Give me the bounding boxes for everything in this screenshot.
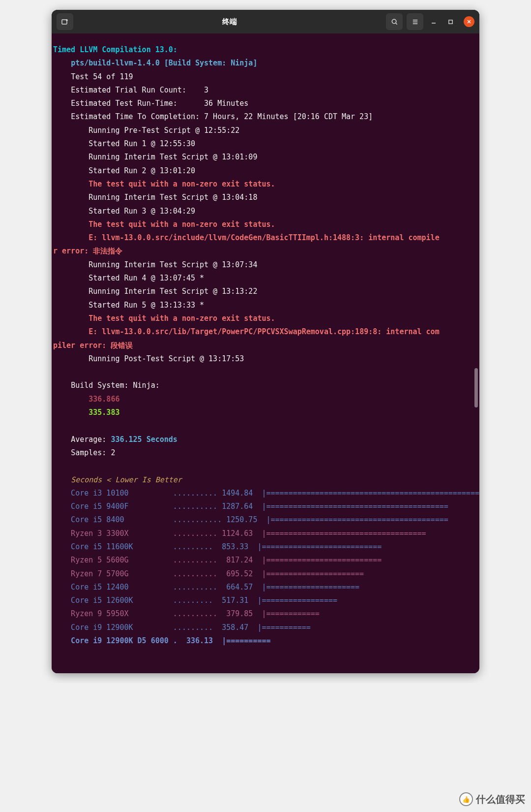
samples: Samples: 2 xyxy=(71,448,115,457)
chart-row: Core i9 12900K ......... 358.47 |=======… xyxy=(53,623,311,632)
log-error: The test quit with a non-zero exit statu… xyxy=(88,220,275,229)
chart-row: Ryzen 5 5600G .......... 817.24 |=======… xyxy=(53,556,382,564)
minimize-icon xyxy=(431,19,437,25)
log-error: The test quit with a non-zero exit statu… xyxy=(88,314,275,323)
svg-point-1 xyxy=(392,19,396,23)
log-line: Started Run 3 @ 13:04:29 xyxy=(88,207,195,216)
log-line: Running Pre-Test Script @ 12:55:22 xyxy=(88,126,239,135)
test-title: Timed LLVM Compilation 13.0: xyxy=(53,45,177,54)
log-error: E: llvm-13.0.0.src/include/llvm/CodeGen/… xyxy=(88,233,439,242)
log-line: Running Post-Test Script @ 13:17:53 xyxy=(88,354,244,363)
comparison-chart: Core i3 10100 .......... 1494.84 |======… xyxy=(53,489,479,645)
average-label: Average: xyxy=(71,435,111,444)
chart-row: Core i3 10100 .......... 1494.84 |======… xyxy=(53,489,479,498)
maximize-button[interactable] xyxy=(444,15,457,28)
log-line: Running Interim Test Script @ 13:07:34 xyxy=(88,260,257,269)
log-error: r error: 非法指令 xyxy=(53,247,122,255)
scrollbar-thumb[interactable] xyxy=(474,368,478,407)
terminal-body[interactable]: Timed LLVM Compilation 13.0: pts/build-l… xyxy=(52,33,479,673)
chart-row: Core i5 12400 .......... 664.57 |=======… xyxy=(53,583,359,592)
maximize-icon xyxy=(448,19,453,25)
log-error: piler error: 段错误 xyxy=(53,341,133,350)
trial-count: Estimated Trial Run Count: 3 xyxy=(71,86,208,94)
chart-note: Seconds < Lower Is Better xyxy=(71,475,182,484)
log-error: The test quit with a non-zero exit statu… xyxy=(88,180,275,188)
chart-row: Core i5 8400 ........... 1250.75 |======… xyxy=(53,515,448,524)
menu-button[interactable] xyxy=(407,13,423,30)
build-system-label: Build System: Ninja: xyxy=(71,381,160,390)
search-icon xyxy=(391,18,398,26)
log-line: Started Run 4 @ 13:07:45 * xyxy=(88,274,204,282)
search-button[interactable] xyxy=(386,13,403,30)
log-line: Started Run 1 @ 12:55:30 xyxy=(88,139,195,148)
log-line: Started Run 2 @ 13:01:20 xyxy=(88,166,195,175)
test-subtitle: pts/build-llvm-1.4.0 [Build System: Ninj… xyxy=(71,59,257,67)
chart-row: Core i5 9400F .......... 1287.64 |======… xyxy=(53,502,448,511)
runtime: Estimated Test Run-Time: 36 Minutes xyxy=(71,99,248,108)
log-line: Running Interim Test Script @ 13:13:22 xyxy=(88,287,257,296)
log-line: Running Interim Test Script @ 13:01:09 xyxy=(88,153,257,161)
chart-row: Core i5 11600K ......... 853.33 |=======… xyxy=(53,542,382,551)
log-line: Started Run 5 @ 13:13:33 * xyxy=(88,301,204,310)
svg-rect-2 xyxy=(448,20,452,23)
log-line: Running Interim Test Script @ 13:04:18 xyxy=(88,193,257,202)
average-value: 336.125 Seconds xyxy=(111,435,177,444)
result-value: 335.383 xyxy=(88,408,119,417)
terminal-window: 终端 Timed LLVM Compilation 13.0: pts/buil… xyxy=(52,10,479,673)
eta: Estimated Time To Completion: 7 Hours, 2… xyxy=(71,112,373,121)
close-button[interactable] xyxy=(464,16,474,27)
log-error: E: llvm-13.0.0.src/lib/Target/PowerPC/PP… xyxy=(88,327,439,336)
chart-row: Ryzen 9 5950X .......... 379.85 |=======… xyxy=(53,609,320,618)
chart-row: Core i9 12900K D5 6000 . 336.13 |=======… xyxy=(53,636,271,645)
close-icon xyxy=(467,19,472,24)
hamburger-icon xyxy=(412,18,419,26)
window-title: 终端 xyxy=(73,17,386,27)
result-value: 336.866 xyxy=(88,395,119,404)
titlebar: 终端 xyxy=(52,10,479,33)
test-count: Test 54 of 119 xyxy=(71,72,133,81)
new-tab-button[interactable] xyxy=(57,13,73,30)
minimize-button[interactable] xyxy=(427,15,440,28)
chart-row: Ryzen 7 5700G .......... 695.52 |=======… xyxy=(53,569,364,578)
chart-row: Core i5 12600K ......... 517.31 |=======… xyxy=(53,596,337,605)
chart-row: Ryzen 3 3300X .......... 1124.63 |======… xyxy=(53,529,426,538)
new-tab-icon xyxy=(61,18,69,26)
